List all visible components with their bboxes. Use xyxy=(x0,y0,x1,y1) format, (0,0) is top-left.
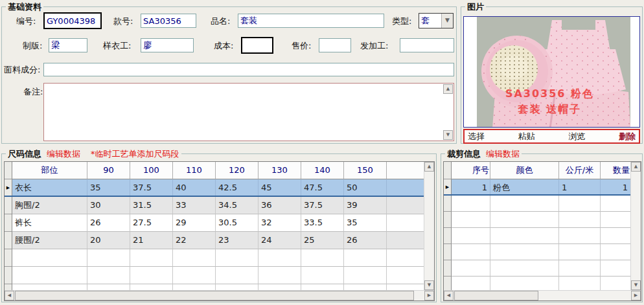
cell[interactable]: 腰围/2 xyxy=(12,232,87,249)
cell[interactable]: 50 xyxy=(344,179,387,196)
type-combobox[interactable]: 套 ▼ xyxy=(419,13,454,28)
cell[interactable] xyxy=(216,267,259,284)
column-header[interactable]: 140 xyxy=(301,162,344,179)
size-table-rows[interactable]: 部位90100110120130140150▶衣长3537.54042.5454… xyxy=(5,162,424,290)
cell[interactable] xyxy=(559,277,601,290)
cell[interactable] xyxy=(601,228,630,244)
cell[interactable] xyxy=(490,260,559,277)
row-selector[interactable]: ▶ xyxy=(444,179,452,194)
row-selector[interactable] xyxy=(5,284,12,290)
cell[interactable]: 30.5 xyxy=(216,214,259,232)
column-header[interactable]: 120 xyxy=(216,162,259,179)
cell[interactable] xyxy=(601,277,630,290)
hscroll-thumb[interactable] xyxy=(15,291,414,300)
cut-edit-data-link[interactable]: 编辑数据 xyxy=(486,149,520,159)
scroll-down-icon[interactable]: ▼ xyxy=(424,280,434,290)
cell[interactable] xyxy=(601,244,630,260)
row-selector[interactable]: ▶ xyxy=(5,179,12,196)
cell[interactable]: 裤长 xyxy=(12,214,87,232)
column-header[interactable]: 110 xyxy=(173,162,216,179)
scroll-down-icon[interactable]: ▼ xyxy=(443,130,453,140)
size-edit-data-link[interactable]: 编辑数据 xyxy=(47,149,80,159)
cell[interactable]: 26 xyxy=(344,232,387,249)
cell[interactable] xyxy=(559,260,601,277)
cell[interactable] xyxy=(130,284,173,290)
size-table[interactable]: 部位90100110120130140150▶衣长3537.54042.5454… xyxy=(4,161,435,301)
cell[interactable] xyxy=(301,267,344,284)
column-header[interactable]: 颜色 xyxy=(490,162,559,179)
chevron-down-icon[interactable]: ▼ xyxy=(441,14,453,28)
cell[interactable]: 20 xyxy=(87,232,130,249)
empty-row[interactable] xyxy=(5,249,424,267)
cut-table-vscrollbar[interactable]: ▲ ▼ xyxy=(630,162,641,290)
column-header[interactable]: 序号 xyxy=(452,162,490,179)
cell[interactable] xyxy=(452,196,490,212)
scroll-up-icon[interactable]: ▲ xyxy=(424,162,434,172)
cell[interactable] xyxy=(387,197,424,214)
row-selector[interactable] xyxy=(444,228,452,244)
cell[interactable]: 23 xyxy=(216,232,259,249)
style-input[interactable] xyxy=(141,14,196,28)
empty-row[interactable] xyxy=(444,212,630,228)
cell[interactable] xyxy=(452,277,490,290)
row-selector[interactable] xyxy=(5,267,12,284)
cell[interactable]: 37.5 xyxy=(301,197,344,214)
row-selector-header[interactable] xyxy=(5,162,12,179)
cost-input[interactable] xyxy=(241,37,273,54)
cell[interactable]: 24 xyxy=(259,232,301,249)
cut-table[interactable]: 序号颜色公斤/米数量▶1粉色11 ▲ ▼ ◀ ▶ xyxy=(443,161,641,301)
cell[interactable]: 1 xyxy=(601,179,630,194)
cell[interactable] xyxy=(12,267,87,284)
cell[interactable] xyxy=(259,249,301,267)
scroll-up-icon[interactable]: ▲ xyxy=(443,84,453,94)
cell[interactable]: 31.5 xyxy=(130,197,173,214)
row-selector[interactable] xyxy=(5,232,12,249)
column-header[interactable]: 90 xyxy=(87,162,130,179)
cell[interactable] xyxy=(12,249,87,267)
browse-button[interactable]: 浏览 xyxy=(568,131,585,142)
cell[interactable] xyxy=(259,284,301,290)
cell[interactable] xyxy=(259,267,301,284)
cell[interactable] xyxy=(344,249,387,267)
cell[interactable]: 35 xyxy=(344,214,387,232)
cell[interactable]: 1 xyxy=(452,179,490,194)
cell[interactable] xyxy=(490,212,559,228)
scroll-down-icon[interactable]: ▼ xyxy=(631,280,641,290)
cell[interactable] xyxy=(452,244,490,260)
row-selector[interactable] xyxy=(444,277,452,290)
column-header[interactable]: 100 xyxy=(130,162,173,179)
empty-row[interactable] xyxy=(5,284,424,290)
cell[interactable] xyxy=(130,249,173,267)
code-input[interactable] xyxy=(43,12,102,29)
cell[interactable] xyxy=(490,228,559,244)
column-header[interactable]: 数量 xyxy=(601,162,630,179)
row-selector[interactable] xyxy=(5,249,12,267)
cell[interactable] xyxy=(601,260,630,277)
empty-row[interactable] xyxy=(5,267,424,284)
price-input[interactable] xyxy=(319,38,351,52)
table-row[interactable]: 腰围/220212223242526 xyxy=(5,232,424,249)
cell[interactable]: 粉色 xyxy=(490,179,559,194)
cell[interactable] xyxy=(559,196,601,212)
cell[interactable]: 40 xyxy=(173,179,216,196)
sampleworker-input[interactable] xyxy=(141,38,194,52)
cell[interactable] xyxy=(601,196,630,212)
scroll-right-icon[interactable]: ▶ xyxy=(424,291,434,300)
cell[interactable] xyxy=(452,260,490,277)
memo-scrollbar[interactable]: ▲ ▼ xyxy=(442,84,453,140)
cell[interactable] xyxy=(130,267,173,284)
cell[interactable] xyxy=(601,212,630,228)
cell[interactable]: 36 xyxy=(259,197,301,214)
cell[interactable]: 21 xyxy=(130,232,173,249)
scroll-left-icon[interactable]: ◀ xyxy=(5,291,14,300)
cell[interactable] xyxy=(387,214,424,232)
cell[interactable]: 45 xyxy=(259,179,301,196)
cut-table-rows[interactable]: 序号颜色公斤/米数量▶1粉色11 xyxy=(444,162,630,290)
row-selector[interactable] xyxy=(444,244,452,260)
paste-button[interactable]: 粘贴 xyxy=(518,131,535,142)
cell[interactable]: 33 xyxy=(173,197,216,214)
cell[interactable] xyxy=(344,284,387,290)
cell[interactable]: 39 xyxy=(344,197,387,214)
cell[interactable]: 42.5 xyxy=(216,179,259,196)
cell[interactable] xyxy=(452,228,490,244)
